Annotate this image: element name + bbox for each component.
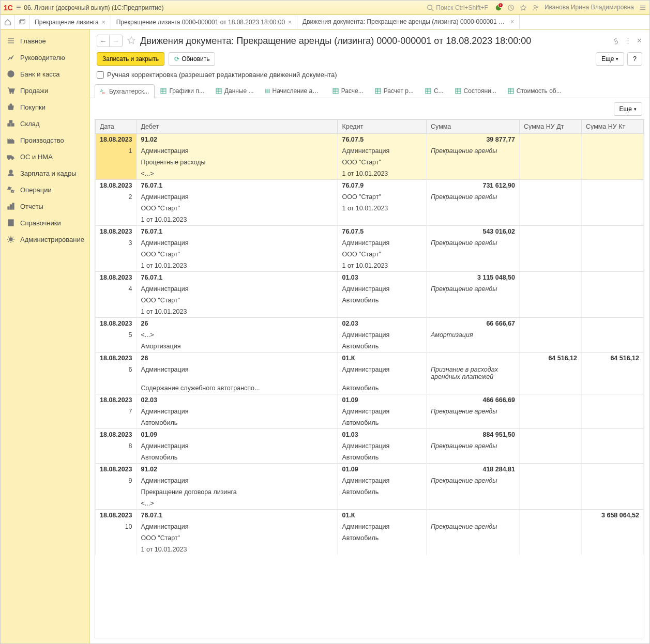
posting-row[interactable]: 7АдминистрацияАдминистрацияПрекращение а… (96, 406, 644, 417)
svg-point-16 (10, 93, 11, 94)
nav-book[interactable]: Справочники (1, 214, 89, 231)
posting-row[interactable]: 1АдминистрацияАдминистрацияПрекращение а… (96, 145, 644, 157)
favorite-toggle[interactable] (127, 36, 136, 47)
refresh-button[interactable]: ⟳ Обновить (169, 52, 215, 66)
posting-row[interactable]: 18.08.202376.07.101.033 115 048,50 (96, 272, 644, 284)
subtab-0[interactable]: ДтКтБухгалтерск... (95, 84, 155, 98)
tab-1[interactable]: Прекращение лизинга 0000-000001 от 18.08… (111, 15, 297, 29)
posting-row[interactable]: Процентные расходыООО "Старт" (96, 157, 644, 168)
posting-row[interactable]: АвтомобильАвтомобиль (96, 452, 644, 464)
posting-row[interactable]: 9АдминистрацияАдминистрацияПрекращение а… (96, 475, 644, 486)
help-button[interactable]: ? (627, 52, 642, 66)
close-icon[interactable]: × (288, 19, 292, 26)
link-icon[interactable] (612, 37, 619, 45)
posting-row[interactable]: 6АдминистрацияАдминистрацияПризнание в р… (96, 364, 644, 382)
posting-row[interactable]: 18.08.202376.07.101.К3 658 064,52 (96, 510, 644, 522)
posting-row[interactable]: 18.08.202301.0901.03884 951,50 (96, 429, 644, 441)
nav-factory[interactable]: Производство (1, 132, 89, 148)
posting-row[interactable]: <...> (96, 498, 644, 510)
posting-row[interactable]: ООО "Старт"1 от 10.01.2023 (96, 203, 644, 214)
col-date[interactable]: Дата (96, 120, 137, 134)
nav-bars[interactable]: Отчеты (1, 198, 89, 214)
col-sum[interactable]: Сумма (427, 120, 520, 134)
subtab-5[interactable]: Расчет р... (369, 84, 419, 98)
posting-row[interactable]: 1 от 10.01.20231 от 10.01.2023 (96, 260, 644, 272)
home-tab[interactable] (1, 15, 15, 29)
posting-row[interactable]: 18.08.202302.0301.09466 666,69 (96, 394, 644, 406)
posting-row[interactable]: 18.08.202391.0201.09418 284,81 (96, 464, 644, 476)
posting-row[interactable]: 1 от 10.01.2023 (96, 544, 644, 555)
nav-person[interactable]: Зарплата и кадры (1, 165, 89, 181)
posting-row[interactable]: АвтомобильАвтомобиль (96, 417, 644, 429)
main-menu-icon[interactable]: ≡ (16, 3, 21, 12)
col-debit[interactable]: Дебет (137, 120, 338, 134)
cell-date (96, 341, 137, 352)
posting-row[interactable]: 18.08.202376.07.176.07.9731 612,90 (96, 180, 644, 192)
username[interactable]: Иванова Ирина Владимировна (545, 4, 634, 11)
posting-row[interactable]: 18.08.202391.0276.07.539 877,77 (96, 134, 644, 146)
kebab-menu-icon[interactable]: ⋮ (625, 37, 631, 45)
posting-row[interactable]: 18.08.202376.07.176.07.5543 016,02 (96, 226, 644, 238)
nav-forward[interactable]: → (110, 35, 122, 47)
posting-row[interactable]: 4АдминистрацияАдминистрацияПрекращение а… (96, 283, 644, 295)
subtab-3[interactable]: Начисление амортиз... (260, 84, 327, 98)
col-credit[interactable]: Кредит (338, 120, 427, 134)
tab-2[interactable]: Движения документа: Прекращение аренды (… (297, 15, 520, 29)
notifications-icon[interactable]: 1 (495, 4, 502, 11)
subtab-2[interactable]: Данные ... (210, 84, 260, 98)
grid-more-button[interactable]: Еще ▾ (614, 102, 642, 116)
posting-row[interactable]: 18.08.20232601.К64 516,1264 516,12 (96, 352, 644, 364)
posting-row[interactable]: 2АдминистрацияООО "Старт"Прекращение аре… (96, 191, 644, 203)
posting-row[interactable]: 5<...>АдминистрацияАмортизация (96, 329, 644, 341)
posting-row[interactable]: АмортизацияАвтомобиль (96, 341, 644, 352)
col-nu-dt[interactable]: Сумма НУ Дт (520, 120, 582, 134)
person-icon (7, 169, 15, 177)
nav-cart[interactable]: Продажи (1, 82, 89, 99)
nav-basket[interactable]: Покупки (1, 99, 89, 115)
posting-row[interactable]: ООО "Старт"Автомобиль (96, 532, 644, 544)
posting-row[interactable]: ООО "Старт"ООО "Старт" (96, 249, 644, 260)
save-close-button[interactable]: Записать и закрыть (97, 52, 164, 66)
postings-grid[interactable]: Дата Дебет Кредит Сумма Сумма НУ Дт Сумм… (95, 119, 644, 638)
aux-tab[interactable] (15, 15, 29, 29)
bars-icon (7, 202, 15, 210)
subtab-6[interactable]: С... (419, 84, 449, 98)
users-icon[interactable] (532, 4, 539, 11)
posting-row[interactable]: <...>1 от 10.01.2023 (96, 168, 644, 180)
subtab-8[interactable]: Стоимость об... (502, 84, 567, 98)
subtab-1[interactable]: Графики п... (155, 84, 210, 98)
nav-dtkt[interactable]: ДтКтОперации (1, 181, 89, 198)
nav-truck[interactable]: ОС и НМА (1, 148, 89, 165)
close-page[interactable]: ✕ (637, 37, 642, 45)
nav-boxes[interactable]: Склад (1, 115, 89, 132)
nav-ruble[interactable]: ₽Банк и касса (1, 66, 89, 82)
nav-back[interactable]: ← (97, 35, 110, 47)
nav-menu[interactable]: Главное (1, 33, 89, 49)
subtab-4[interactable]: Расче... (327, 84, 369, 98)
tab-0[interactable]: Прекращение лизинга× (29, 15, 111, 29)
more-button[interactable]: Еще ▾ (596, 52, 624, 66)
nav-gear[interactable]: Администрирование (1, 231, 89, 248)
posting-row[interactable]: 1 от 10.01.2023 (96, 214, 644, 226)
global-search[interactable]: Поиск Ctrl+Shift+F (423, 3, 492, 13)
app-menu-icon[interactable] (639, 4, 646, 11)
close-icon[interactable]: × (510, 18, 514, 25)
posting-row[interactable]: 3АдминистрацияАдминистрацияПрекращение а… (96, 237, 644, 249)
subtab-7[interactable]: Состояни... (449, 84, 502, 98)
posting-row[interactable]: ООО "Старт"Автомобиль (96, 295, 644, 306)
history-icon[interactable] (507, 4, 515, 11)
nav-chart[interactable]: Руководителю (1, 49, 89, 66)
posting-row[interactable]: 8АдминистрацияАдминистрацияПрекращение а… (96, 440, 644, 452)
favorite-icon[interactable] (520, 4, 527, 11)
cell-credit: Администрация (338, 406, 427, 417)
posting-row[interactable]: 1 от 10.01.2023 (96, 306, 644, 318)
posting-row[interactable]: 18.08.20232602.0366 666,67 (96, 318, 644, 330)
manual-correction-checkbox[interactable] (97, 71, 104, 79)
posting-row[interactable]: Содержание служебного автотранспо...Авто… (96, 382, 644, 394)
col-nu-kt[interactable]: Сумма НУ Кт (582, 120, 644, 134)
close-icon[interactable]: × (102, 19, 105, 26)
posting-row[interactable]: 10АдминистрацияАдминистрацияПрекращение … (96, 521, 644, 532)
ruble-icon: ₽ (7, 70, 15, 78)
posting-row[interactable]: Прекращение договора лизингаАвтомобиль (96, 486, 644, 498)
subtab-label: Бухгалтерск... (109, 88, 149, 95)
